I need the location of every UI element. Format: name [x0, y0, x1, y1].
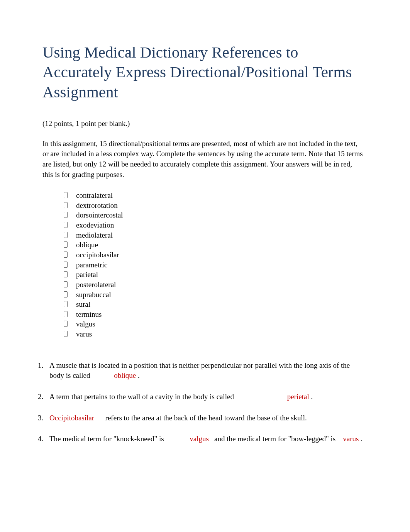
question-2: A term that pertains to the wall of a ca… — [38, 392, 364, 402]
question-text: . — [136, 371, 140, 379]
list-item: dorsointercostal — [64, 210, 364, 220]
list-item: exodeviation — [64, 220, 364, 230]
list-item: parametric — [64, 260, 364, 270]
list-item: sural — [64, 299, 364, 309]
question-text: A term that pertains to the wall of a ca… — [49, 393, 236, 401]
answer-text: perietal — [287, 393, 309, 401]
answer-text: varus — [343, 435, 359, 443]
question-1: A muscle that is located in a position t… — [38, 360, 364, 381]
question-text: refers to the area at the back of the he… — [103, 414, 307, 422]
question-3: Occipitobasilar refers to the area at th… — [38, 413, 364, 423]
question-text: and the medical term for "bow-legged" is — [212, 435, 337, 443]
answer-text: oblique — [114, 371, 136, 379]
question-text: A muscle that is located in a position t… — [49, 361, 350, 380]
list-item: terminus — [64, 309, 364, 320]
list-item: valgus — [64, 319, 364, 329]
page-title: Using Medical Dictionary References to A… — [42, 42, 364, 102]
list-item: mediolateral — [64, 230, 364, 240]
question-text: . — [309, 393, 313, 401]
list-item: parietal — [64, 270, 364, 280]
answer-text: valgus — [190, 435, 209, 443]
list-item: contralateral — [64, 190, 364, 201]
list-item: posterolateral — [64, 280, 364, 290]
terms-list: contralateral dextrorotation dorsointerc… — [64, 190, 364, 339]
intro-paragraph: In this assignment, 15 directional/posit… — [42, 139, 364, 180]
list-item: varus — [64, 329, 364, 339]
list-item: suprabuccal — [64, 290, 364, 300]
list-item: oblique — [64, 240, 364, 250]
list-item: dextrorotation — [64, 201, 364, 211]
points-note: (12 points, 1 point per blank.) — [42, 119, 364, 128]
question-text: The medical term for "knock-kneed" is — [49, 435, 166, 443]
question-text: . — [359, 435, 363, 443]
question-4: The medical term for "knock-kneed" is va… — [38, 434, 364, 444]
answer-text: Occipitobasilar — [49, 414, 94, 422]
questions-list: A muscle that is located in a position t… — [42, 360, 364, 444]
list-item: occipitobasilar — [64, 250, 364, 260]
